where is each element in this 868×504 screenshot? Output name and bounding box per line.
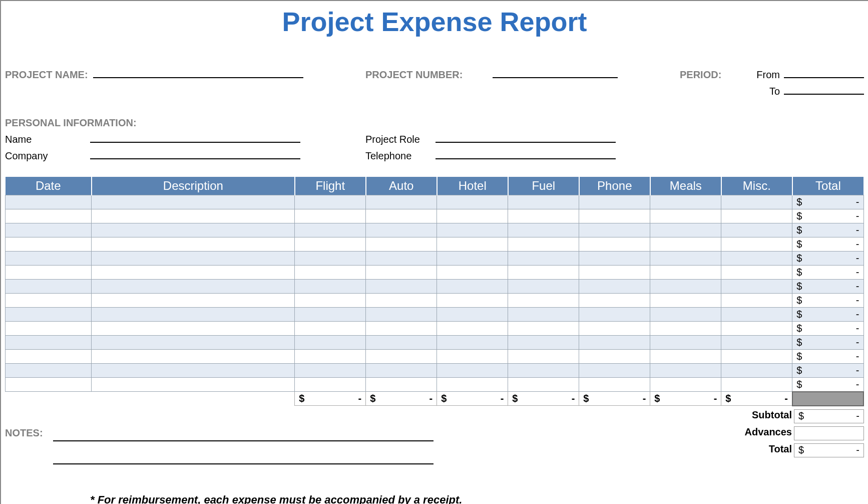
table-cell[interactable] bbox=[721, 322, 792, 336]
table-cell[interactable] bbox=[92, 223, 295, 237]
table-cell[interactable] bbox=[92, 294, 295, 308]
table-cell[interactable] bbox=[721, 195, 792, 209]
table-cell[interactable] bbox=[579, 223, 650, 237]
table-cell[interactable] bbox=[366, 308, 437, 322]
table-cell[interactable] bbox=[437, 237, 508, 251]
table-cell[interactable] bbox=[6, 266, 92, 280]
table-cell[interactable] bbox=[295, 266, 366, 280]
table-cell[interactable] bbox=[366, 251, 437, 266]
table-cell[interactable] bbox=[721, 364, 792, 378]
table-cell[interactable] bbox=[650, 280, 721, 294]
table-cell[interactable] bbox=[92, 322, 295, 336]
table-cell[interactable] bbox=[6, 237, 92, 251]
table-cell[interactable] bbox=[579, 280, 650, 294]
table-cell[interactable] bbox=[508, 280, 579, 294]
table-cell[interactable] bbox=[650, 364, 721, 378]
table-cell[interactable] bbox=[579, 308, 650, 322]
project-role-field[interactable] bbox=[436, 132, 616, 143]
table-cell[interactable] bbox=[366, 209, 437, 223]
table-cell[interactable] bbox=[6, 350, 92, 364]
table-cell[interactable] bbox=[650, 223, 721, 237]
table-cell[interactable] bbox=[6, 308, 92, 322]
table-cell[interactable] bbox=[92, 209, 295, 223]
table-cell[interactable] bbox=[437, 280, 508, 294]
table-cell[interactable] bbox=[650, 209, 721, 223]
period-to-field[interactable] bbox=[784, 84, 864, 95]
notes-line-1[interactable] bbox=[53, 427, 433, 441]
table-cell[interactable] bbox=[437, 209, 508, 223]
table-cell[interactable] bbox=[6, 209, 92, 223]
table-cell[interactable] bbox=[579, 322, 650, 336]
table-cell[interactable] bbox=[721, 378, 792, 392]
advances-value[interactable] bbox=[794, 426, 864, 440]
table-cell[interactable] bbox=[508, 266, 579, 280]
table-cell[interactable] bbox=[6, 364, 92, 378]
table-cell[interactable] bbox=[366, 195, 437, 209]
table-cell[interactable] bbox=[437, 266, 508, 280]
table-cell[interactable] bbox=[508, 209, 579, 223]
table-cell[interactable] bbox=[295, 209, 366, 223]
table-cell[interactable] bbox=[650, 378, 721, 392]
table-cell[interactable] bbox=[295, 350, 366, 364]
table-cell[interactable] bbox=[366, 280, 437, 294]
table-cell[interactable] bbox=[295, 251, 366, 266]
table-cell[interactable] bbox=[92, 195, 295, 209]
table-cell[interactable] bbox=[579, 294, 650, 308]
table-cell[interactable] bbox=[721, 350, 792, 364]
table-cell[interactable] bbox=[295, 308, 366, 322]
table-cell[interactable] bbox=[437, 195, 508, 209]
table-cell[interactable] bbox=[721, 266, 792, 280]
table-cell[interactable] bbox=[6, 294, 92, 308]
table-cell[interactable] bbox=[92, 350, 295, 364]
table-cell[interactable] bbox=[366, 294, 437, 308]
telephone-field[interactable] bbox=[436, 148, 616, 159]
table-cell[interactable] bbox=[437, 378, 508, 392]
table-cell[interactable] bbox=[6, 378, 92, 392]
table-cell[interactable] bbox=[366, 378, 437, 392]
table-cell[interactable] bbox=[508, 308, 579, 322]
table-cell[interactable] bbox=[295, 195, 366, 209]
table-cell[interactable] bbox=[508, 336, 579, 350]
table-cell[interactable] bbox=[437, 364, 508, 378]
table-cell[interactable] bbox=[295, 294, 366, 308]
table-cell[interactable] bbox=[650, 336, 721, 350]
project-number-field[interactable] bbox=[493, 67, 618, 78]
table-cell[interactable] bbox=[437, 350, 508, 364]
table-cell[interactable] bbox=[650, 266, 721, 280]
table-cell[interactable] bbox=[92, 308, 295, 322]
table-cell[interactable] bbox=[6, 322, 92, 336]
table-cell[interactable] bbox=[366, 350, 437, 364]
table-cell[interactable] bbox=[721, 251, 792, 266]
table-cell[interactable] bbox=[650, 294, 721, 308]
table-cell[interactable] bbox=[366, 266, 437, 280]
table-cell[interactable] bbox=[721, 280, 792, 294]
period-from-field[interactable] bbox=[784, 67, 864, 78]
table-cell[interactable] bbox=[579, 364, 650, 378]
table-cell[interactable] bbox=[508, 251, 579, 266]
table-cell[interactable] bbox=[650, 308, 721, 322]
table-cell[interactable] bbox=[6, 195, 92, 209]
table-cell[interactable] bbox=[366, 237, 437, 251]
table-cell[interactable] bbox=[721, 223, 792, 237]
table-cell[interactable] bbox=[437, 251, 508, 266]
table-cell[interactable] bbox=[579, 336, 650, 350]
notes-line-2[interactable] bbox=[53, 450, 433, 464]
table-cell[interactable] bbox=[6, 336, 92, 350]
project-name-field[interactable] bbox=[93, 67, 303, 78]
table-cell[interactable] bbox=[295, 322, 366, 336]
table-cell[interactable] bbox=[579, 237, 650, 251]
table-cell[interactable] bbox=[437, 223, 508, 237]
table-cell[interactable] bbox=[579, 378, 650, 392]
table-cell[interactable] bbox=[92, 336, 295, 350]
table-cell[interactable] bbox=[650, 350, 721, 364]
table-cell[interactable] bbox=[579, 209, 650, 223]
table-cell[interactable] bbox=[721, 336, 792, 350]
table-cell[interactable] bbox=[92, 364, 295, 378]
table-cell[interactable] bbox=[366, 364, 437, 378]
table-cell[interactable] bbox=[295, 336, 366, 350]
company-field[interactable] bbox=[90, 148, 300, 159]
table-cell[interactable] bbox=[437, 336, 508, 350]
table-cell[interactable] bbox=[508, 350, 579, 364]
table-cell[interactable] bbox=[650, 251, 721, 266]
table-cell[interactable] bbox=[92, 280, 295, 294]
